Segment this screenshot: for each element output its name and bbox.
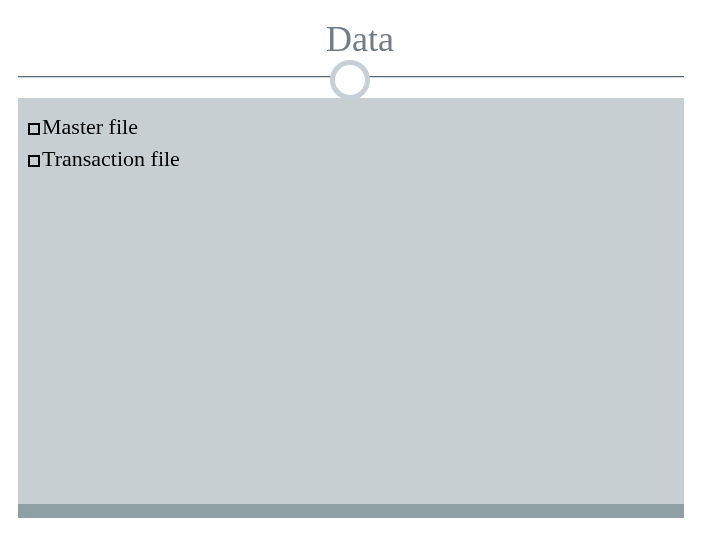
list-item: Master file [28,112,180,142]
slide-title: Data [326,18,394,60]
square-bullet-icon [28,155,40,167]
bullet-list: Master file Transaction file [28,112,180,175]
circle-icon [330,60,370,100]
slide: Data Master file Transaction file [0,0,720,540]
bullet-label: Master file [42,114,138,139]
square-bullet-icon [28,123,40,135]
footer-accent-bar [18,504,684,518]
list-item: Transaction file [28,144,180,174]
bullet-label: Transaction file [42,146,180,171]
